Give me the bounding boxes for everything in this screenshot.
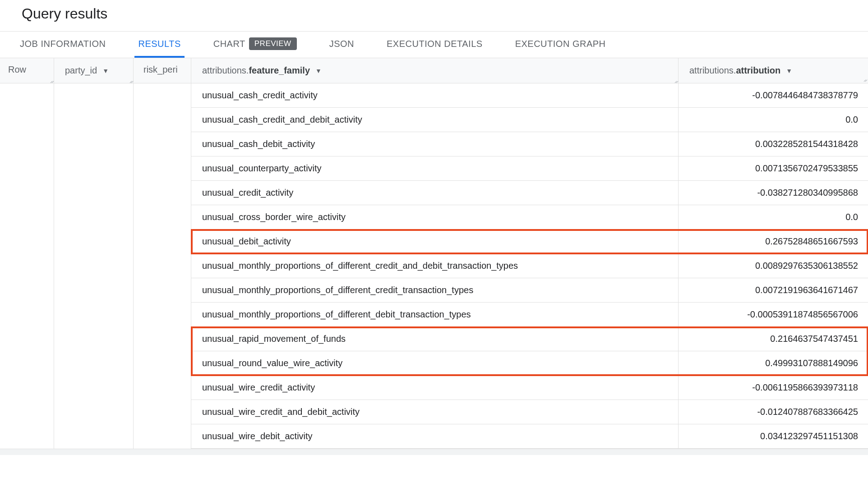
sort-dropdown-icon[interactable]: ▼ (102, 67, 109, 74)
tab-label: JSON (329, 39, 354, 49)
table-row[interactable]: unusual_counterparty_activity0.007135670… (191, 156, 868, 181)
cell-feature-family: unusual_counterparty_activity (191, 156, 679, 180)
table-row[interactable]: unusual_round_value_wire_activity0.49993… (191, 351, 868, 376)
cell-attribution: -0.0061195866393973118 (679, 376, 868, 400)
cell-feature-family: unusual_monthly_proportions_of_different… (191, 278, 679, 302)
cell-attribution: -0.012407887683366425 (679, 400, 868, 424)
tab-label: RESULTS (138, 39, 180, 49)
tab-results[interactable]: RESULTS (134, 32, 184, 58)
column-header-label: party_id (65, 65, 97, 76)
cell-feature-family: unusual_wire_debit_activity (191, 424, 679, 448)
cell-feature-family: unusual_cross_border_wire_activity (191, 205, 679, 229)
table-row[interactable]: unusual_wire_credit_activity-0.006119586… (191, 376, 868, 400)
cell-attribution: 0.0 (679, 108, 868, 132)
table-row[interactable]: unusual_rapid_movement_of_funds0.2164637… (191, 327, 868, 351)
table-row[interactable]: unusual_monthly_proportions_of_different… (191, 303, 868, 327)
cell-feature-family: unusual_wire_credit_and_debit_activity (191, 400, 679, 424)
cell-feature-family: unusual_monthly_proportions_of_different… (191, 254, 679, 278)
cell-feature-family: unusual_cash_debit_activity (191, 132, 679, 156)
tab-label: EXECUTION GRAPH (515, 39, 606, 49)
tab-label: JOB INFORMATION (20, 39, 106, 49)
table-row[interactable]: unusual_cash_credit_and_debit_activity0.… (191, 108, 868, 132)
column-header-attribution[interactable]: attributions.attribution ▼ ⸝⸝ (679, 58, 868, 83)
table-row[interactable]: unusual_cross_border_wire_activity0.0 (191, 205, 868, 230)
resize-handle-icon[interactable]: ⸝⸝ (129, 78, 132, 82)
table-header-row: Row ⸝⸝ party_id ▼ ⸝⸝ risk_peri attributi… (0, 58, 868, 83)
highlighted-group: unusual_rapid_movement_of_funds0.2164637… (191, 327, 868, 376)
tabs-bar: JOB INFORMATIONRESULTSCHARTPREVIEWJSONEX… (0, 31, 868, 58)
tab-chart[interactable]: CHARTPREVIEW (210, 32, 300, 58)
resize-handle-icon[interactable]: ⸝⸝ (50, 78, 53, 82)
cell-feature-family: unusual_cash_credit_activity (191, 83, 679, 107)
cell-feature-family: unusual_round_value_wire_activity (191, 351, 679, 375)
table-row[interactable]: unusual_cash_debit_activity0.00322852815… (191, 132, 868, 156)
cell-attribution: 0.034123297451151308 (679, 424, 868, 448)
tab-label: EXECUTION DETAILS (387, 39, 483, 49)
cell-feature-family: unusual_rapid_movement_of_funds (191, 327, 679, 351)
sort-dropdown-icon[interactable]: ▼ (315, 67, 322, 74)
cell-attribution: -0.0078446484738378779 (679, 83, 868, 107)
cell-feature-family: unusual_wire_credit_activity (191, 376, 679, 400)
table-row[interactable]: unusual_monthly_proportions_of_different… (191, 254, 868, 278)
highlighted-group: unusual_debit_activity0.2675284865166759… (191, 230, 868, 254)
page-title: Query results (0, 0, 868, 31)
cell-feature-family: unusual_debit_activity (191, 230, 679, 253)
data-rows-container: unusual_cash_credit_activity-0.007844648… (191, 83, 868, 449)
cell-feature-family: unusual_cash_credit_and_debit_activity (191, 108, 679, 132)
cell-attribution: 0.0032285281544318428 (679, 132, 868, 156)
tab-label: CHART (213, 39, 245, 49)
tab-job-information[interactable]: JOB INFORMATION (16, 32, 109, 58)
tab-execution-graph[interactable]: EXECUTION GRAPH (512, 32, 609, 58)
resize-handle-icon[interactable]: ⸝⸝ (863, 76, 866, 82)
cell-attribution: 0.0071356702479533855 (679, 156, 868, 180)
cell-attribution: 0.26752848651667593 (679, 230, 868, 253)
column-header-risk-peri[interactable]: risk_peri (134, 58, 191, 83)
table-row[interactable]: unusual_debit_activity0.2675284865166759… (191, 230, 868, 254)
cell-attribution: 0.0089297635306138552 (679, 254, 868, 278)
column-header-feature-family[interactable]: attributions.feature_family ▼ ⸝⸝ (191, 58, 679, 83)
cell-attribution: 0.0 (679, 205, 868, 229)
tab-json[interactable]: JSON (326, 32, 358, 58)
tab-execution-details[interactable]: EXECUTION DETAILS (383, 32, 486, 58)
cell-attribution: -0.00053911874856567006 (679, 303, 868, 326)
preview-badge: PREVIEW (249, 37, 297, 50)
resize-handle-icon[interactable]: ⸝⸝ (674, 78, 677, 82)
table-row[interactable]: unusual_credit_activity-0.03827128034099… (191, 181, 868, 205)
column-header-label: attributions.feature_family (202, 65, 310, 76)
column-header-party-id[interactable]: party_id ▼ ⸝⸝ (54, 58, 134, 83)
cell-attribution: 0.0072191963641671467 (679, 278, 868, 302)
table-row[interactable]: unusual_cash_credit_activity-0.007844648… (191, 83, 868, 108)
cell-attribution: -0.038271280340995868 (679, 181, 868, 205)
column-header-label: Row (8, 64, 26, 74)
sort-dropdown-icon[interactable]: ▼ (786, 67, 792, 74)
cell-feature-family: unusual_credit_activity (191, 181, 679, 205)
cell-attribution: 0.49993107888149096 (679, 351, 868, 375)
cell-attribution: 0.2164637547437451 (679, 327, 868, 351)
data-area: unusual_cash_credit_activity-0.007844648… (0, 83, 868, 449)
left-empty-columns (0, 83, 191, 449)
table-row[interactable]: unusual_wire_debit_activity0.03412329745… (191, 424, 868, 449)
cell-feature-family: unusual_monthly_proportions_of_different… (191, 303, 679, 326)
table-row[interactable]: unusual_wire_credit_and_debit_activity-0… (191, 400, 868, 424)
horizontal-scrollbar[interactable] (0, 449, 868, 455)
column-header-label: attributions.attribution (689, 65, 780, 76)
column-header-row[interactable]: Row ⸝⸝ (0, 58, 54, 83)
table-row[interactable]: unusual_monthly_proportions_of_different… (191, 278, 868, 303)
column-header-label: risk_peri (143, 64, 178, 74)
